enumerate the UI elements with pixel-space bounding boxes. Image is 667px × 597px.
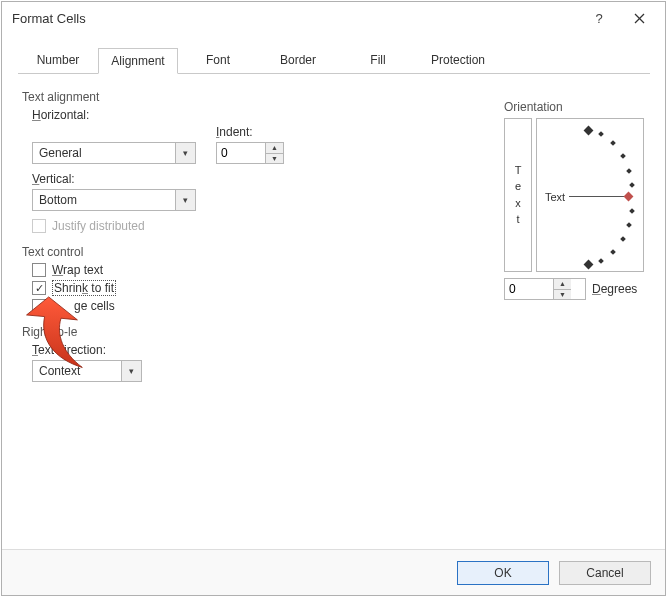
indent-label: Indent:: [216, 125, 284, 139]
format-cells-dialog: Format Cells ? Number Alignment Font Bor…: [1, 1, 666, 596]
orientation-dial[interactable]: Text: [536, 118, 644, 272]
spinner-down-icon[interactable]: ▼: [554, 290, 571, 300]
orientation-indicator: [569, 196, 627, 197]
right-to-left-title: Right-to-le: [22, 325, 362, 339]
wrap-text-checkbox[interactable]: [32, 263, 46, 277]
degrees-label: Degrees: [592, 282, 637, 296]
tabs: Number Alignment Font Border Fill Protec…: [18, 48, 650, 74]
chevron-down-icon[interactable]: ▾: [175, 143, 195, 163]
horizontal-select[interactable]: General ▾: [32, 142, 196, 164]
shrink-to-fit-label: Shrink to fit: [52, 281, 116, 295]
tab-number[interactable]: Number: [18, 48, 98, 73]
ok-button[interactable]: OK: [457, 561, 549, 585]
degrees-input[interactable]: [505, 279, 553, 299]
orientation-title: Orientation: [504, 100, 652, 114]
indent-spinner[interactable]: ▲ ▼: [216, 142, 284, 164]
merge-cells-label: ge cells: [74, 299, 115, 313]
tab-border[interactable]: Border: [258, 48, 338, 73]
text-direction-label: Text direction:: [32, 343, 362, 357]
tab-protection[interactable]: Protection: [418, 48, 498, 73]
horizontal-value: General: [39, 146, 175, 160]
orientation-dial-label: Text: [545, 191, 565, 203]
justify-distributed-label: Justify distributed: [52, 219, 145, 233]
text-control-title: Text control: [22, 245, 362, 259]
indent-input[interactable]: [217, 143, 265, 163]
spinner-up-icon[interactable]: ▲: [266, 143, 283, 154]
titlebar: Format Cells ?: [2, 2, 665, 34]
text-direction-select[interactable]: Context ▾: [32, 360, 142, 382]
wrap-text-label: Wrap text: [52, 263, 103, 277]
tab-alignment[interactable]: Alignment: [98, 48, 178, 74]
dialog-footer: OK Cancel: [2, 549, 665, 595]
degrees-spinner[interactable]: ▲ ▼: [504, 278, 586, 300]
vertical-value: Bottom: [39, 193, 175, 207]
orientation-vertical-button[interactable]: Text: [504, 118, 532, 272]
vertical-select[interactable]: Bottom ▾: [32, 189, 196, 211]
orientation-handle-icon[interactable]: [624, 192, 634, 202]
text-alignment-title: Text alignment: [22, 90, 362, 104]
chevron-down-icon[interactable]: ▾: [175, 190, 195, 210]
horizontal-label: Horizontal:: [32, 108, 362, 122]
help-button[interactable]: ?: [579, 4, 619, 32]
spinner-up-icon[interactable]: ▲: [554, 279, 571, 290]
justify-distributed-checkbox: [32, 219, 46, 233]
merge-cells-checkbox[interactable]: [32, 299, 46, 313]
chevron-down-icon[interactable]: ▾: [121, 361, 141, 381]
close-button[interactable]: [619, 4, 659, 32]
window-title: Format Cells: [12, 11, 579, 26]
spinner-down-icon[interactable]: ▼: [266, 154, 283, 164]
text-direction-value: Context: [39, 364, 121, 378]
vertical-label: Vertical:: [32, 172, 362, 186]
shrink-to-fit-checkbox[interactable]: [32, 281, 46, 295]
tab-fill[interactable]: Fill: [338, 48, 418, 73]
cancel-button[interactable]: Cancel: [559, 561, 651, 585]
tab-font[interactable]: Font: [178, 48, 258, 73]
